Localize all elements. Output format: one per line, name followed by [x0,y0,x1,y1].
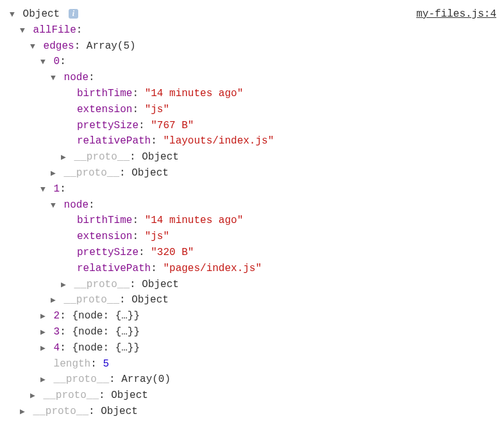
edge-index-row[interactable]: 3: {node: {…}} [8,324,496,340]
key-node: node [64,199,88,211]
value-collapsed: {node: {…}} [72,342,140,354]
length-row[interactable]: length: 5 [8,356,496,372]
value-proto: Array(0) [121,374,171,385]
expand-icon[interactable] [18,24,27,37]
key-index: 2 [54,310,60,322]
key-allfile: allFile [33,24,76,36]
allfile-row[interactable]: allFile: [8,22,496,38]
expand-icon[interactable] [38,183,47,196]
edges-row[interactable]: edges: Array(5) [8,38,496,54]
node-row[interactable]: node: [8,197,496,213]
key-extension: extension [77,231,132,242]
key-prettysize: prettySize [77,247,139,258]
value-proto: Object [131,167,169,179]
value-relativepath: "pages/index.js" [163,263,262,274]
proto-row[interactable]: __proto__: Object [8,277,496,293]
expand-icon[interactable] [49,294,58,307]
expand-icon[interactable] [38,56,47,69]
prop-row-relativepath[interactable]: relativePath: "layouts/index.js" [8,133,496,149]
value-extension: "js" [145,231,169,242]
value-proto: Object [101,406,138,417]
key-index: 3 [54,326,60,338]
expand-icon[interactable] [49,167,58,180]
value-prettysize: "767 B" [151,120,194,131]
value-length: 5 [103,358,109,370]
key-birthtime: birthTime [77,88,132,99]
root-row[interactable]: my-files.js:4 Object i [8,6,496,22]
proto-row[interactable]: __proto__: Object [8,292,496,308]
proto-row[interactable]: __proto__: Object [8,404,496,420]
proto-row[interactable]: __proto__: Array(0) [8,372,496,388]
prop-row-relativepath[interactable]: relativePath: "pages/index.js" [8,261,496,277]
expand-icon[interactable] [38,374,47,386]
edge-index-row[interactable]: 0: [8,54,496,70]
value-birthtime: "14 minutes ago" [145,88,244,99]
prop-row-extension[interactable]: extension: "js" [8,102,496,118]
proto-row[interactable]: __proto__: Object [8,165,496,181]
node-row[interactable]: node: [8,70,496,86]
expand-icon[interactable] [28,390,37,402]
key-relativepath: relativePath [77,263,151,274]
expand-icon[interactable] [49,72,58,85]
prop-row-prettysize[interactable]: prettySize: "767 B" [8,118,496,134]
key-length: length [54,358,91,370]
prop-row-extension[interactable]: extension: "js" [8,229,496,245]
info-icon[interactable]: i [69,9,78,19]
value-proto: Object [131,294,169,306]
key-proto: __proto__ [64,167,119,179]
key-proto: __proto__ [74,279,130,290]
value-proto: Object [142,151,179,163]
key-proto: __proto__ [44,390,99,401]
expand-icon[interactable] [38,342,47,355]
value-birthtime: "14 minutes ago" [145,215,244,226]
expand-icon[interactable] [38,326,47,339]
edge-index-row[interactable]: 2: {node: {…}} [8,308,496,324]
prop-row-prettysize[interactable]: prettySize: "320 B" [8,245,496,261]
expand-icon[interactable] [8,8,17,21]
prop-row-birthtime[interactable]: birthTime: "14 minutes ago" [8,213,496,229]
proto-row[interactable]: __proto__: Object [8,149,496,165]
key-proto: __proto__ [33,406,88,417]
expand-icon[interactable] [59,279,68,292]
expand-icon[interactable] [18,406,27,418]
key-proto: __proto__ [64,294,119,306]
key-extension: extension [77,104,132,115]
key-index: 0 [54,56,60,67]
expand-icon[interactable] [49,199,58,212]
expand-icon[interactable] [38,310,47,323]
edge-index-row[interactable]: 1: [8,181,496,197]
value-proto: Object [111,390,148,401]
proto-row[interactable]: __proto__: Object [8,388,496,404]
expand-icon[interactable] [59,151,68,164]
value-collapsed: {node: {…}} [72,310,140,322]
key-relativepath: relativePath [77,135,151,147]
edges-type: Array(5) [87,40,136,52]
key-node: node [64,72,88,83]
value-proto: Object [142,279,179,290]
console-object-tree: my-files.js:4 Object i allFile: edges: A… [8,6,496,420]
value-prettysize: "320 B" [151,247,194,258]
root-label: Object [23,8,60,20]
key-proto: __proto__ [74,151,130,163]
key-index: 1 [54,183,60,195]
key-birthtime: birthTime [77,215,132,226]
key-edges: edges [44,40,74,52]
prop-row-birthtime[interactable]: birthTime: "14 minutes ago" [8,86,496,102]
expand-icon[interactable] [28,40,37,53]
source-link[interactable]: my-files.js:4 [416,6,496,22]
value-relativepath: "layouts/index.js" [163,135,274,147]
edge-index-row[interactable]: 4: {node: {…}} [8,340,496,356]
key-prettysize: prettySize [77,120,139,131]
key-index: 4 [54,342,60,354]
value-extension: "js" [145,104,169,115]
value-collapsed: {node: {…}} [72,326,140,338]
key-proto: __proto__ [54,374,109,385]
